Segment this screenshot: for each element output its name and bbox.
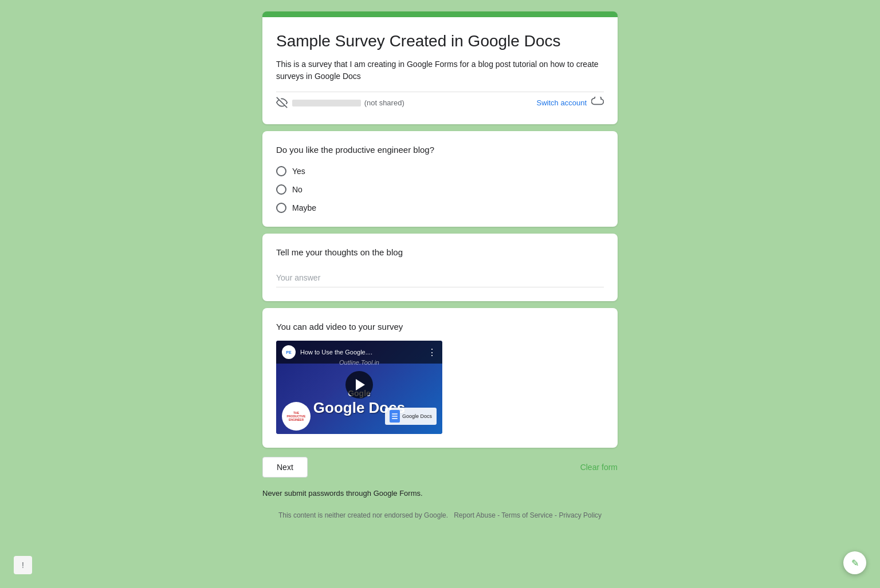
pencil-icon: ✎ — [851, 558, 859, 569]
radio-option-no[interactable]: No — [276, 184, 604, 195]
account-email: (not shared) — [292, 98, 532, 107]
clear-form-button[interactable]: Clear form — [580, 463, 618, 472]
not-shared-label: (not shared) — [364, 98, 404, 107]
edit-fab-button[interactable]: ✎ — [843, 551, 866, 574]
form-title: Sample Survey Created in Google Docs — [276, 31, 604, 52]
account-bar: (not shared) Switch account — [276, 92, 604, 113]
play-triangle-icon — [356, 379, 365, 390]
radio-circle-maybe[interactable] — [276, 203, 286, 213]
actions-row: Next Clear form — [262, 455, 618, 480]
video-embed[interactable]: PE How to Use the Google.... ⋮ Outline.T… — [276, 341, 442, 434]
channel-icon: PE — [282, 345, 296, 359]
question-2-title: Tell me your thoughts on the blog — [276, 247, 604, 257]
radio-label-yes: Yes — [292, 167, 305, 176]
video-title-text: How to Use the Google.... — [300, 349, 423, 356]
email-redacted — [292, 100, 361, 106]
question-3-card: You can add video to your survey PE How … — [262, 308, 618, 448]
terms-of-service-link[interactable]: Terms of Service — [501, 511, 552, 519]
producer-logo: THE PRODUCTIVE ENGINEER — [282, 402, 311, 431]
question-1-title: Do you like the productive engineer blog… — [276, 145, 604, 155]
header-card: Sample Survey Created in Google Docs Thi… — [262, 11, 618, 124]
google-docs-icon — [390, 410, 400, 423]
attribution-text: This content is neither created nor endo… — [278, 511, 448, 519]
video-bottom-bar: THE PRODUCTIVE ENGINEER Google Docs — [276, 398, 442, 434]
video-play-button[interactable] — [345, 371, 373, 398]
footer-links: This content is neither created nor endo… — [262, 507, 618, 524]
privacy-policy-link[interactable]: Privacy Policy — [559, 511, 602, 519]
report-abuse-link[interactable]: Report Abuse — [454, 511, 496, 519]
switch-account-link[interactable]: Switch account — [537, 98, 587, 107]
warning-button[interactable]: ! — [14, 556, 32, 574]
question-1-card: Do you like the productive engineer blog… — [262, 131, 618, 227]
cloud-icon — [591, 97, 604, 108]
next-button[interactable]: Next — [262, 457, 308, 477]
form-container: Sample Survey Created in Google Docs Thi… — [262, 11, 618, 524]
radio-circle-yes[interactable] — [276, 166, 286, 176]
text-answer-input[interactable] — [276, 269, 604, 287]
radio-label-no: No — [292, 185, 302, 194]
radio-label-maybe: Maybe — [292, 203, 316, 212]
radio-circle-no[interactable] — [276, 184, 286, 195]
radio-group-q1: Yes No Maybe — [276, 166, 604, 213]
password-warning: Never submit passwords through Google Fo… — [262, 487, 618, 500]
google-docs-logo-box: Google Docs — [385, 408, 437, 425]
video-section-title: You can add video to your survey — [276, 322, 604, 332]
video-background: PE How to Use the Google.... ⋮ Outline.T… — [276, 341, 442, 434]
radio-option-maybe[interactable]: Maybe — [276, 203, 604, 213]
watermark-text: Outline.Tool.in — [276, 359, 442, 366]
warning-icon: ! — [22, 561, 24, 570]
video-more-button[interactable]: ⋮ — [427, 347, 437, 358]
form-description: This is a survey that I am creating in G… — [276, 58, 604, 82]
radio-option-yes[interactable]: Yes — [276, 166, 604, 176]
eye-off-icon — [276, 97, 288, 108]
question-2-card: Tell me your thoughts on the blog — [262, 234, 618, 301]
google-docs-logo-text: Google Docs — [402, 413, 432, 419]
